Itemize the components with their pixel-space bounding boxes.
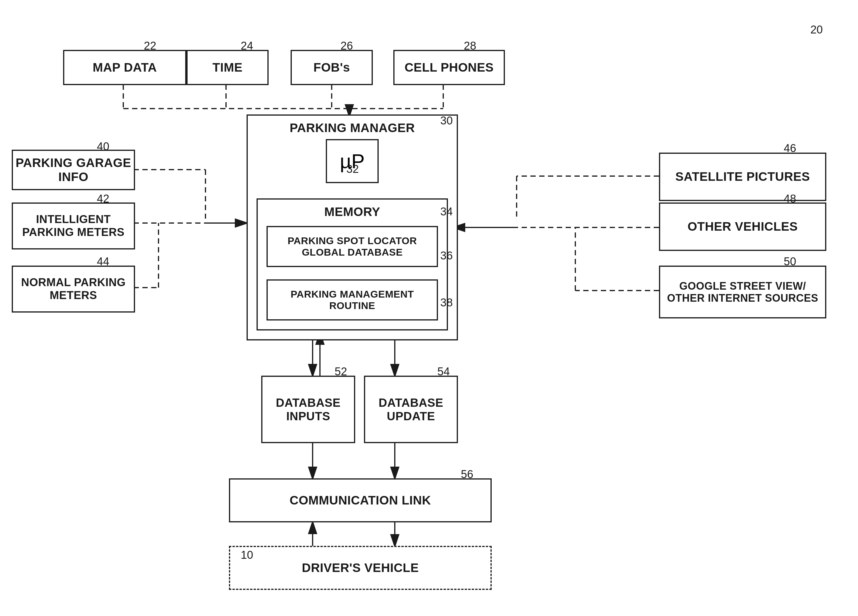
box-parking-mgmt: PARKING MANAGEMENT ROUTINE — [267, 279, 438, 320]
ref-10: 10 — [241, 549, 253, 562]
ref-30: 30 — [440, 115, 452, 127]
ref-46: 46 — [784, 142, 796, 155]
box-cell-phones: CELL PHONES — [393, 50, 505, 85]
ref-38: 38 — [440, 296, 452, 309]
box-google-street: GOOGLE STREET VIEW/ OTHER INTERNET SOURC… — [659, 265, 826, 318]
ref-48: 48 — [784, 192, 796, 205]
label-other-vehicles: OTHER VEHICLES — [687, 220, 798, 234]
box-processor: µP — [326, 139, 379, 183]
ref-34: 34 — [440, 205, 452, 218]
ref-42: 42 — [97, 192, 109, 205]
label-parking-mgmt: PARKING MANAGEMENT ROUTINE — [268, 289, 437, 311]
diagram-container: 20 MAP DATA 22 TIME 24 FOB's 26 CELL PHO… — [0, 0, 858, 616]
ref-54: 54 — [437, 365, 450, 378]
ref-52: 52 — [335, 365, 347, 378]
box-normal-meters: NORMAL PARKING METERS — [12, 265, 135, 313]
box-memory-outer: MEMORY PARKING SPOT LOCATOR GLOBAL DATAB… — [256, 199, 448, 330]
box-db-inputs: DATABASE INPUTS — [261, 375, 355, 443]
label-normal-meters: NORMAL PARKING METERS — [13, 276, 134, 302]
box-db-update: DATABASE UPDATE — [364, 375, 458, 443]
label-comm-link: COMMUNICATION LINK — [290, 493, 431, 507]
label-parking-manager: PARKING MANAGER — [290, 121, 415, 135]
box-satellite: SATELLITE PICTURES — [659, 153, 826, 201]
box-time: TIME — [187, 50, 269, 85]
box-other-vehicles: OTHER VEHICLES — [659, 202, 826, 251]
box-comm-link: COMMUNICATION LINK — [229, 478, 492, 522]
box-fobs: FOB's — [291, 50, 373, 85]
ref-24: 24 — [241, 40, 253, 52]
box-parking-garage: PARKING GARAGE INFO — [12, 150, 135, 190]
label-parking-spot-db: PARKING SPOT LOCATOR GLOBAL DATABASE — [268, 235, 437, 258]
label-drivers-vehicle: DRIVER'S VEHICLE — [302, 561, 418, 575]
label-db-inputs: DATABASE INPUTS — [263, 396, 354, 423]
ref-26: 26 — [340, 40, 353, 52]
label-cell-phones: CELL PHONES — [404, 61, 493, 74]
ref-50: 50 — [784, 255, 796, 268]
label-time: TIME — [213, 61, 242, 74]
box-parking-spot-db: PARKING SPOT LOCATOR GLOBAL DATABASE — [267, 226, 438, 267]
label-fobs: FOB's — [314, 61, 350, 74]
ref-22: 22 — [144, 40, 156, 52]
label-db-update: DATABASE UPDATE — [365, 396, 457, 423]
label-memory: MEMORY — [324, 205, 380, 219]
ref-32: 32 — [347, 163, 359, 175]
box-parking-manager-outer: PARKING MANAGER µP MEMORY PARKING SPOT L… — [247, 115, 458, 340]
box-intelligent-meters: INTELLIGENT PARKING METERS — [12, 202, 135, 250]
label-intelligent-meters: INTELLIGENT PARKING METERS — [13, 213, 134, 239]
ref-20: 20 — [810, 23, 823, 36]
box-map-data: MAP DATA — [63, 50, 187, 85]
label-parking-garage: PARKING GARAGE INFO — [13, 156, 134, 184]
label-map-data: MAP DATA — [93, 61, 157, 74]
label-google-street: GOOGLE STREET VIEW/ OTHER INTERNET SOURC… — [660, 280, 825, 304]
box-drivers-vehicle: DRIVER'S VEHICLE — [229, 546, 492, 590]
label-satellite: SATELLITE PICTURES — [675, 170, 810, 184]
ref-36: 36 — [440, 250, 452, 262]
ref-44: 44 — [97, 255, 109, 268]
ref-28: 28 — [464, 40, 476, 52]
ref-56: 56 — [461, 468, 473, 481]
ref-40: 40 — [97, 140, 109, 153]
